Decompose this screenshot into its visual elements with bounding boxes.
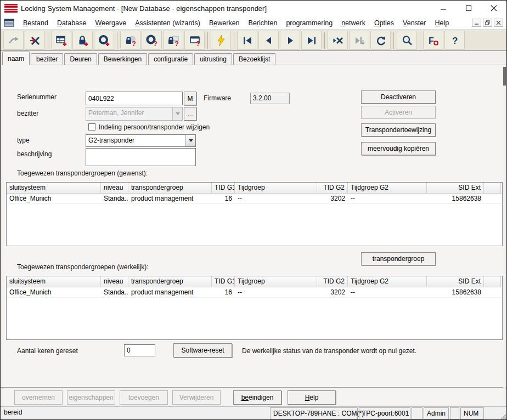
actual-groups-label: Toegewezen transpondergroepen (werkelijk… xyxy=(17,263,148,271)
read-lock-button[interactable]: ? xyxy=(120,31,140,50)
read-transponder-button[interactable]: ? xyxy=(142,31,162,50)
owner-browse-button[interactable]: ... xyxy=(184,107,196,121)
help-button[interactable]: ? xyxy=(444,31,465,50)
nav-prev-icon xyxy=(263,35,275,47)
nav-prev-button[interactable] xyxy=(258,31,279,50)
read-window-button[interactable]: ? xyxy=(184,31,205,50)
column-header-sluitsysteem[interactable]: sluitsysteem xyxy=(7,183,101,193)
menu-item-berichten[interactable]: Berichten xyxy=(244,18,282,29)
transponder-properties-page: Serienummer M Firmware 3.2.00 Deactivere… xyxy=(1,65,506,406)
wanted-groups-table[interactable]: sluitsysteemniveautranspondergroepTID G1… xyxy=(6,182,503,246)
tab-uitrusting[interactable]: uitrusting xyxy=(194,53,232,65)
connect-button xyxy=(3,31,24,50)
column-header-sid-ext[interactable]: SID Ext xyxy=(427,276,484,287)
menu-item-programmering[interactable]: programmering xyxy=(281,18,337,29)
search-button[interactable] xyxy=(397,31,417,50)
button-label-pre: overnemen xyxy=(22,394,55,401)
program-flash-button[interactable] xyxy=(211,31,231,50)
reset-count-input[interactable] xyxy=(124,344,155,356)
table-header-row: sluitsysteemniveautranspondergroepTID G1… xyxy=(7,276,502,287)
description-textarea[interactable] xyxy=(86,148,196,166)
column-header-spacer[interactable] xyxy=(484,183,501,193)
column-header-niveau[interactable]: niveau xyxy=(101,183,128,193)
maximize-button[interactable] xyxy=(456,1,481,15)
serial-input[interactable] xyxy=(86,92,183,105)
column-header-tijdgroep-g2[interactable]: Tijdgroep G2 xyxy=(348,276,427,287)
owner-dropdown-arrow-icon xyxy=(172,107,182,120)
deactivate-button[interactable]: Deactiveren xyxy=(361,90,436,104)
column-header-tijdgroep[interactable]: Tijdgroep xyxy=(235,183,317,193)
tab-naam[interactable]: naam xyxy=(2,52,30,65)
menu-item-post: etwerk xyxy=(345,19,365,27)
close-button[interactable] xyxy=(481,1,506,15)
column-header-sid-ext[interactable]: SID Ext xyxy=(427,183,484,193)
menu-item-help[interactable]: Help xyxy=(430,18,453,29)
scrollbar-thumb[interactable] xyxy=(503,67,506,86)
help-button[interactable]: Help xyxy=(288,390,336,405)
tab-bezoeklijst[interactable]: Bezoeklijst xyxy=(233,53,275,65)
mdi-minimize-icon xyxy=(474,20,479,25)
menu-item-netwerk[interactable]: netwerk xyxy=(337,18,370,29)
be-indigen-button[interactable]: beëindigen xyxy=(233,390,281,405)
software-reset-button[interactable]: Software-reset xyxy=(173,343,232,357)
tab-bezitter[interactable]: bezitter xyxy=(31,53,63,65)
new-transponder-button[interactable] xyxy=(94,31,114,50)
disconnect-button[interactable] xyxy=(25,31,45,50)
menu-item-bewerken[interactable]: Bewerken xyxy=(205,18,244,29)
column-header-niveau[interactable]: niveau xyxy=(101,276,128,287)
menu-item-weergave[interactable]: Weergave xyxy=(91,18,131,29)
table-cell: 15862638 xyxy=(427,287,484,297)
mdi-close-button[interactable] xyxy=(494,19,503,27)
nav-last-button[interactable] xyxy=(301,31,322,50)
maximize-icon xyxy=(465,5,472,12)
tab-bewerkingen[interactable]: Bewerkingen xyxy=(98,53,147,65)
filter-button[interactable]: F xyxy=(423,31,443,50)
tab-deuren[interactable]: Deuren xyxy=(64,53,97,65)
m-button[interactable]: M xyxy=(184,92,196,105)
menu-item-venster[interactable]: Venster xyxy=(398,18,430,29)
abort-programming-button[interactable] xyxy=(328,31,348,50)
menu-item-database[interactable]: Database xyxy=(53,18,91,29)
table-row[interactable]: Office_MunichStanda...product management… xyxy=(7,287,502,298)
nav-next-button[interactable] xyxy=(280,31,300,50)
transponder-assignment-button[interactable]: Transpondertoewijzing xyxy=(361,123,436,137)
owner-combobox: Peterman, Jennifer xyxy=(86,107,183,121)
menu-item-opties[interactable]: Opties xyxy=(370,18,398,29)
reassign-checkbox[interactable] xyxy=(88,123,95,130)
table-row[interactable]: Office_MunichStanda...product management… xyxy=(7,194,502,204)
column-header-tid-g2[interactable]: TID G2 xyxy=(317,183,348,193)
menu-item-assistenten-wizards[interactable]: Assistenten (wizards) xyxy=(131,18,205,29)
nav-first-button[interactable] xyxy=(237,31,257,50)
status-panel-empty xyxy=(412,407,422,419)
transponder-group-button[interactable]: transpondergroep xyxy=(361,252,436,265)
window-title: Locking System Management - [New Databas… xyxy=(21,4,267,13)
column-header-transpondergroep[interactable]: transpondergroep xyxy=(128,183,212,193)
column-header-spacer[interactable] xyxy=(484,276,501,287)
read-lock-net-button[interactable]: ? xyxy=(163,31,183,50)
mdi-minimize-button[interactable] xyxy=(472,19,481,27)
mdi-restore-button[interactable] xyxy=(483,19,492,27)
menu-item-bestand[interactable]: Bestand xyxy=(19,18,53,29)
reset-count-label: Aantal keren gereset xyxy=(17,347,78,355)
new-lock-button[interactable] xyxy=(72,31,93,50)
multi-copy-button[interactable]: meervoudig kopiëren xyxy=(361,142,436,155)
column-header-transpondergroep[interactable]: transpondergroep xyxy=(128,276,212,287)
column-header-tid-g1[interactable]: TID G1 xyxy=(212,183,235,193)
table-cell: 3202 xyxy=(317,194,348,203)
toolbar-separator xyxy=(117,32,117,49)
actual-groups-table[interactable]: sluitsysteemniveautranspondergroepTID G1… xyxy=(6,276,503,340)
vertical-scrollbar[interactable] xyxy=(503,66,506,406)
column-header-tijdgroep[interactable]: Tijdgroep xyxy=(235,276,317,287)
column-header-sluitsysteem[interactable]: sluitsysteem xyxy=(7,276,101,287)
column-header-tid-g1[interactable]: TID G1 xyxy=(212,276,235,287)
minimize-button[interactable] xyxy=(431,1,456,15)
status-bar: bereid DESKTOP-789HANE : COM(*)TPC-poort… xyxy=(1,406,506,420)
new-locking-system-button[interactable] xyxy=(51,31,71,50)
resize-grip[interactable] xyxy=(485,407,506,420)
tab-configuratie[interactable]: configuratie xyxy=(148,53,193,65)
column-header-tijdgroep-g2[interactable]: Tijdgroep G2 xyxy=(348,183,427,193)
type-combobox[interactable]: G2-transponder xyxy=(86,134,196,147)
refresh-button[interactable] xyxy=(370,31,391,50)
column-header-tid-g2[interactable]: TID G2 xyxy=(317,276,348,287)
table-cell: 16 xyxy=(212,194,235,203)
